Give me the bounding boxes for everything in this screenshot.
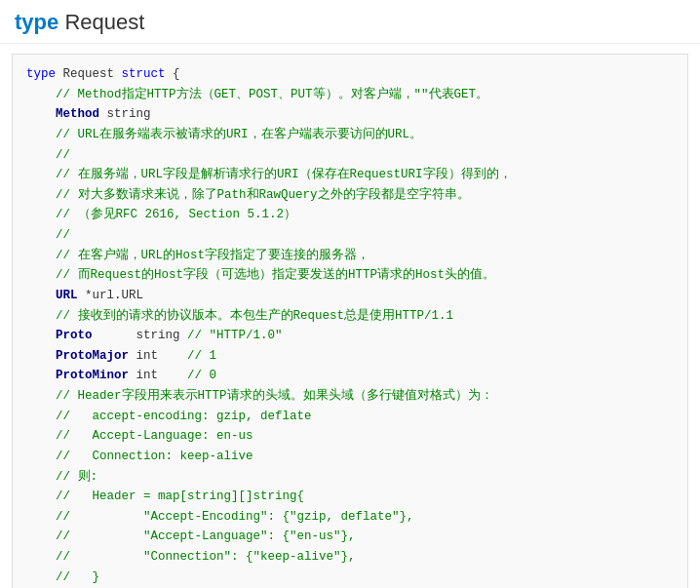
code-line: // 则: [26, 467, 674, 488]
page-title: type Request [15, 10, 685, 35]
code-line: // （参见RFC 2616, Section 5.1.2） [26, 205, 674, 225]
code-line: // 在客户端，URL的Host字段指定了要连接的服务器， [26, 246, 674, 266]
code-line: Proto string // "HTTP/1.0" [26, 326, 674, 346]
code-line: // Header = map[string][]string{ [26, 487, 674, 507]
code-line: // URL在服务端表示被请求的URI，在客户端表示要访问的URL。 [26, 125, 674, 145]
code-line: // Connection: keep-alive [26, 447, 674, 467]
code-line: // 对大多数请求来说，除了Path和RawQuery之外的字段都是空字符串。 [26, 185, 674, 206]
code-line: // Method指定HTTP方法（GET、POST、PUT等）。对客户端，""… [26, 85, 674, 105]
code-line: // [26, 145, 674, 166]
code-line: // Header字段用来表示HTTP请求的头域。如果头域（多行键值对格式）为： [26, 386, 674, 407]
code-line: // [26, 225, 674, 246]
code-line: Method string [26, 104, 674, 125]
code-line: // 接收到的请求的协议版本。本包生产的Request总是使用HTTP/1.1 [26, 306, 674, 327]
title-typename: Request [64, 10, 144, 34]
code-line: // "Accept-Language": {"en-us"}, [26, 527, 674, 547]
code-line: // accept-encoding: gzip, deflate [26, 407, 674, 427]
code-line: // } [26, 568, 674, 588]
code-line: URL *url.URL [26, 286, 674, 306]
code-line: // 在服务端，URL字段是解析请求行的URI（保存在RequestURI字段）… [26, 165, 674, 185]
code-line: // Accept-Language: en-us [26, 426, 674, 447]
page-header: type Request [0, 0, 700, 44]
code-block: type Request struct { // Method指定HTTP方法（… [12, 54, 688, 588]
code-line: // "Accept-Encoding": {"gzip, deflate"}, [26, 507, 674, 528]
code-line: // 而Request的Host字段（可选地）指定要发送的HTTP请求的Host… [26, 265, 674, 286]
title-keyword: type [15, 10, 58, 34]
code-line: type Request struct { [26, 64, 674, 85]
code-line: // "Connection": {"keep-alive"}, [26, 547, 674, 568]
code-line: ProtoMajor int // 1 [26, 346, 674, 367]
code-line: ProtoMinor int // 0 [26, 366, 674, 386]
